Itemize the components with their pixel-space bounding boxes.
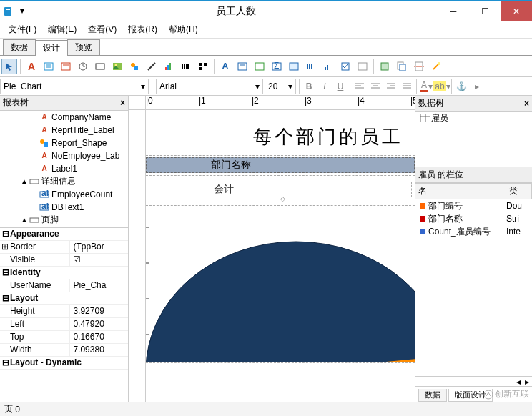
svg-rect-5 <box>61 63 70 70</box>
italic-button[interactable]: I <box>317 79 332 94</box>
image-tool[interactable] <box>109 59 125 74</box>
design-surface[interactable]: 每个部门的员工 部门名称 会计 ◇ 页脚 <box>146 110 415 402</box>
tree-item[interactable]: abDBText1 <box>0 201 128 214</box>
menu-file[interactable]: 文件(F) <box>3 22 42 37</box>
pagebreak-tool[interactable] <box>411 59 427 74</box>
fields-list[interactable]: 部门编号Dou部门名称StriCount_雇员编号Inte <box>415 199 532 238</box>
dbcalc-tool[interactable]: Σ <box>269 59 285 74</box>
tab-data[interactable]: 数据 <box>3 39 36 55</box>
svg-text:ab: ab <box>41 190 49 198</box>
prop-row[interactable]: Top0.16670 <box>0 331 128 344</box>
prop-group[interactable]: ⊟Layout <box>0 292 128 305</box>
richtext-tool[interactable] <box>58 59 74 74</box>
align-justify-button[interactable] <box>400 79 414 94</box>
variable-tool[interactable] <box>92 59 108 74</box>
highlight-button[interactable]: ab▾ <box>435 79 449 94</box>
dbimage-tool[interactable] <box>286 59 302 74</box>
font-size-selector[interactable]: 20▾ <box>265 79 296 94</box>
field-item[interactable]: 部门名称Stri <box>415 212 532 225</box>
dbcheckbox-tool[interactable] <box>338 59 353 74</box>
underline-button[interactable]: U <box>333 79 348 94</box>
align-left-button[interactable] <box>353 79 367 94</box>
prop-group[interactable]: ⊟Identity <box>0 267 128 279</box>
prop-group[interactable]: ⊟Appearance <box>0 228 128 241</box>
close-button[interactable]: ✕ <box>501 1 532 21</box>
report-tree[interactable]: ACompanyName_AReprtTitle_LabelReport_Sha… <box>0 111 128 227</box>
font-family-selector[interactable]: Arial▾ <box>156 79 263 94</box>
dbchart-tool[interactable] <box>320 59 336 74</box>
svg-rect-42 <box>415 62 423 71</box>
pie-chart-component[interactable] <box>146 206 415 362</box>
svg-rect-37 <box>342 63 349 70</box>
tree-item[interactable]: ANoEmployee_Lab <box>0 149 128 162</box>
report-tree-header: 报表树 × <box>0 96 128 111</box>
tab-layout-bottom[interactable]: 版面设计 <box>448 389 493 402</box>
menu-report[interactable]: 报表(R) <box>122 22 163 37</box>
close-panel-icon[interactable]: × <box>120 98 125 108</box>
menu-help[interactable]: 帮助(H) <box>163 22 204 37</box>
align-right-button[interactable] <box>384 79 398 94</box>
svg-rect-25 <box>200 67 202 70</box>
font-color-button[interactable]: A▾ <box>419 79 433 94</box>
pipeline-name[interactable]: 雇员 <box>431 112 448 124</box>
tree-item[interactable]: ▲详细信息 <box>0 175 128 188</box>
barcode-tool[interactable] <box>178 59 194 74</box>
sysvar-tool[interactable] <box>75 59 91 74</box>
tree-item[interactable]: ACompanyName_ <box>0 111 128 124</box>
more-button[interactable]: ▸ <box>470 79 484 94</box>
svg-rect-21 <box>186 64 187 69</box>
dbmemo-tool[interactable] <box>235 59 250 74</box>
prop-row[interactable]: UserNamePie_Cha <box>0 279 128 292</box>
label-tool[interactable]: A <box>24 59 39 74</box>
dbrichtext-tool[interactable] <box>252 59 267 74</box>
prop-row[interactable]: Left0.47920 <box>0 318 128 331</box>
anchor-button[interactable]: ⚓ <box>454 79 468 94</box>
dbbarcode-tool[interactable] <box>303 59 319 74</box>
tree-item[interactable]: Report_Shape <box>0 137 128 149</box>
group-header-field[interactable]: 部门名称 <box>146 157 415 173</box>
prop-row[interactable]: Width7.09380 <box>0 344 128 357</box>
horizontal-ruler: |0|1|2|3|4|5 <box>129 96 415 110</box>
memo-tool[interactable] <box>41 59 56 74</box>
prop-row[interactable]: Visible☑ <box>0 254 128 267</box>
shape-tool[interactable] <box>127 59 142 74</box>
region-tool[interactable] <box>377 59 393 74</box>
chart-tool[interactable] <box>161 59 177 74</box>
scroll-buttons[interactable]: ◂▸ <box>415 376 532 386</box>
prop-group[interactable]: ⊟Layout - Dynamic <box>0 357 128 370</box>
svg-rect-23 <box>200 63 202 66</box>
report-title-label[interactable]: 每个部门的员工 <box>253 124 403 149</box>
tree-item[interactable]: ALabel1 <box>0 162 128 175</box>
field-item[interactable]: Count_雇员编号Inte <box>415 225 532 238</box>
minimize-button[interactable]: ─ <box>438 1 469 21</box>
wizard-tool[interactable] <box>428 59 444 74</box>
tab-design[interactable]: 设计 <box>35 40 68 56</box>
bold-button[interactable]: B <box>302 79 316 94</box>
tab-preview[interactable]: 预览 <box>67 39 100 55</box>
property-grid[interactable]: ⊟Appearance⊞Border(TppBorVisible☑⊟Identi… <box>0 227 128 402</box>
subreport-tool[interactable] <box>394 59 410 74</box>
svg-rect-40 <box>398 62 403 69</box>
band-handle-icon[interactable]: ◇ <box>280 195 285 202</box>
tree-item[interactable]: AReprtTitle_Label <box>0 124 128 137</box>
prop-row[interactable]: ⊞Border(TppBor <box>0 241 128 254</box>
dropdown-icon[interactable]: ▾ <box>20 6 31 17</box>
dbtext-tool[interactable]: A <box>217 59 233 74</box>
qr-tool[interactable] <box>195 59 211 74</box>
menu-view[interactable]: 查看(V) <box>82 22 122 37</box>
data-pipeline-tree[interactable]: 雇员 <box>415 112 532 124</box>
maximize-button[interactable]: ☐ <box>469 1 501 21</box>
close-data-panel-icon[interactable]: × <box>524 99 529 109</box>
menu-edit[interactable]: 编辑(E) <box>42 22 82 37</box>
dbteechart-tool[interactable] <box>355 59 370 74</box>
tree-item[interactable]: abEmployeeCount_ <box>0 188 128 201</box>
prop-row[interactable]: Height3.92709 <box>0 305 128 318</box>
field-item[interactable]: 部门编号Dou <box>415 199 532 212</box>
right-panel: 数据树 × 雇员 雇员 的栏位 名 类 部门编号Dou部门名称StriCount… <box>415 96 532 402</box>
tree-item[interactable]: ▲页脚 <box>0 214 128 227</box>
element-selector[interactable]: Pie_Chart▾ <box>0 79 149 94</box>
tab-data-bottom[interactable]: 数据 <box>418 389 447 402</box>
line-tool[interactable] <box>144 59 159 74</box>
align-center-button[interactable] <box>368 79 383 94</box>
pointer-tool[interactable] <box>1 59 17 74</box>
